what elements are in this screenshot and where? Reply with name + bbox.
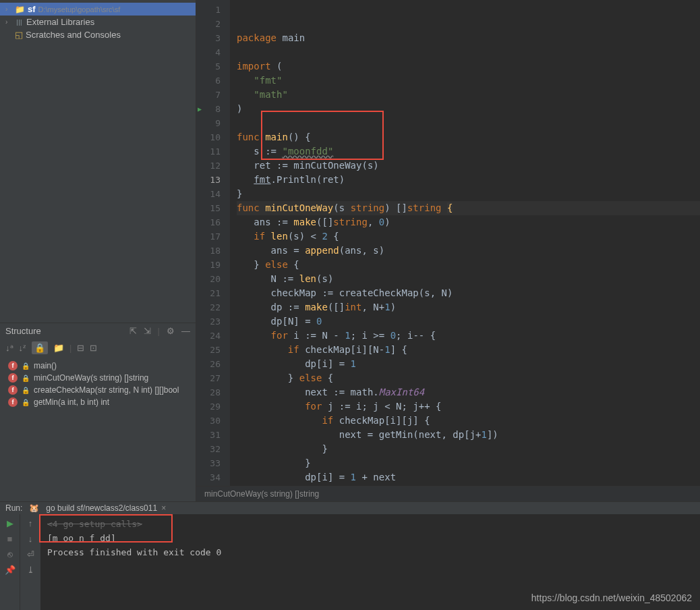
- gutter-line[interactable]: 26: [196, 357, 230, 371]
- code-line[interactable]: }: [237, 484, 700, 486]
- code-line[interactable]: fmt.Println(ret): [237, 173, 700, 187]
- gutter-line[interactable]: 29: [196, 399, 230, 414]
- gutter-line[interactable]: 24: [196, 329, 230, 343]
- code-line[interactable]: dp[i] = 1: [237, 357, 700, 371]
- tree-item-root[interactable]: › 📁 sf D:\mysetup\gopath\src\sf: [0, 3, 196, 16]
- gutter-line[interactable]: 31: [196, 428, 230, 442]
- lock-icon[interactable]: 🔒: [32, 341, 48, 354]
- code-line[interactable]: N := len(s): [237, 272, 700, 286]
- gutter-line[interactable]: 7: [196, 88, 230, 102]
- gutter-line[interactable]: 1: [196, 3, 230, 17]
- code-line[interactable]: import (: [237, 59, 700, 74]
- sort-alpha-down-icon[interactable]: ↓ᵃ: [5, 343, 13, 353]
- code-line[interactable]: ans := make([]string, 0): [237, 215, 700, 229]
- gutter-line[interactable]: 11: [196, 144, 230, 159]
- scroll-icon[interactable]: ⤓: [27, 565, 34, 575]
- gutter-line[interactable]: 19: [196, 258, 230, 272]
- gutter-line[interactable]: 25: [196, 343, 230, 357]
- code-line[interactable]: }: [237, 442, 700, 456]
- wrap-icon[interactable]: ⏎: [27, 549, 34, 559]
- folder-icon[interactable]: 📁: [53, 343, 64, 353]
- gutter-line[interactable]: 21: [196, 286, 230, 300]
- tree-icon[interactable]: ⊟: [77, 343, 84, 353]
- gutter-line[interactable]: 28: [196, 385, 230, 399]
- code-line[interactable]: }: [237, 187, 700, 201]
- gutter-line[interactable]: 9: [196, 116, 230, 130]
- code-line[interactable]: func minCutOneWay(s string) []string {: [237, 201, 700, 215]
- code-line[interactable]: ): [237, 102, 700, 116]
- gutter-line[interactable]: 17: [196, 229, 230, 244]
- expand-icon[interactable]: ⇱: [129, 326, 137, 336]
- code-line[interactable]: } else {: [237, 371, 700, 385]
- code-line[interactable]: next = getMin(next, dp[j+1]): [237, 428, 700, 442]
- gutter-line[interactable]: 33: [196, 456, 230, 470]
- code-line[interactable]: "math": [237, 88, 700, 102]
- code-line[interactable]: package main: [237, 31, 700, 45]
- down-icon[interactable]: ↓: [28, 534, 33, 544]
- code-line[interactable]: s := "moonfdd": [237, 144, 700, 159]
- collapse-icon[interactable]: ⇲: [144, 326, 151, 336]
- gutter-line[interactable]: 30: [196, 414, 230, 428]
- minimize-icon[interactable]: —: [181, 326, 190, 336]
- gutter-line[interactable]: 6: [196, 74, 230, 88]
- gutter-line[interactable]: 8▶: [196, 102, 230, 116]
- code-line[interactable]: dp[i] = 1 + next: [237, 470, 700, 484]
- structure-item-mincut[interactable]: f 🔒 minCutOneWay(s string) []string: [0, 372, 196, 384]
- code-line[interactable]: dp := make([]int, N+1): [237, 300, 700, 314]
- run-marker-icon[interactable]: ▶: [198, 102, 202, 116]
- gutter-line[interactable]: 27: [196, 371, 230, 385]
- exit-icon[interactable]: ⎋: [7, 549, 13, 559]
- sort-alpha-up-icon[interactable]: ↓ᶻ: [19, 343, 27, 353]
- tree-item-external-libs[interactable]: › ⫼ External Libraries: [0, 16, 196, 28]
- code-line[interactable]: if checkMap[i][N-1] {: [237, 343, 700, 357]
- code-line[interactable]: if len(s) < 2 {: [237, 229, 700, 244]
- tree-item-scratches[interactable]: ◱ Scratches and Consoles: [0, 28, 196, 41]
- gutter-line[interactable]: 4: [196, 45, 230, 59]
- up-icon[interactable]: ↑: [28, 518, 33, 528]
- gutter-line[interactable]: 2: [196, 17, 230, 31]
- code-line[interactable]: ret := minCutOneWay(s): [237, 159, 700, 173]
- breadcrumb[interactable]: minCutOneWay(s string) []string: [196, 486, 700, 501]
- lock-icon: 🔒: [22, 387, 30, 394]
- gutter-line[interactable]: 10: [196, 130, 230, 144]
- gutter-line[interactable]: 14: [196, 187, 230, 201]
- code-line[interactable]: dp[N] = 0: [237, 314, 700, 329]
- run-config-name[interactable]: go build sf/newclass2/class011: [46, 503, 157, 513]
- play-icon[interactable]: ▶: [7, 518, 13, 528]
- gutter-line[interactable]: 32: [196, 442, 230, 456]
- code-line[interactable]: for j := i; j < N; j++ {: [237, 399, 700, 414]
- gutter-line[interactable]: 18: [196, 244, 230, 258]
- editor-content[interactable]: 12345678▶9101112131415161718192021222324…: [196, 0, 700, 486]
- code-line[interactable]: func main() {: [237, 130, 700, 144]
- gutter-line[interactable]: 22: [196, 300, 230, 314]
- gear-icon[interactable]: ⚙: [167, 326, 175, 336]
- gutter-line[interactable]: 12: [196, 159, 230, 173]
- structure-item-createcheckmap[interactable]: f 🔒 createCheckMap(str string, N int) []…: [0, 384, 196, 396]
- structure-item-main[interactable]: f 🔒 main(): [0, 360, 196, 372]
- code-line[interactable]: ans = append(ans, s): [237, 244, 700, 258]
- code-line[interactable]: [237, 116, 700, 130]
- gutter-line[interactable]: 13: [196, 173, 230, 187]
- code-line[interactable]: next := math.MaxInt64: [237, 385, 700, 399]
- code-line[interactable]: for i := N - 1; i >= 0; i-- {: [237, 329, 700, 343]
- gutter-line[interactable]: 23: [196, 314, 230, 329]
- structure-item-getmin[interactable]: f 🔒 getMin(a int, b int) int: [0, 396, 196, 408]
- code-line[interactable]: if checkMap[i][j] {: [237, 414, 700, 428]
- code-line[interactable]: checkMap := createCheckMap(s, N): [237, 286, 700, 300]
- gutter-line[interactable]: 16: [196, 215, 230, 229]
- code-line[interactable]: [237, 45, 700, 59]
- code-line[interactable]: "fmt": [237, 74, 700, 88]
- gutter[interactable]: 12345678▶9101112131415161718192021222324…: [196, 0, 230, 486]
- gutter-line[interactable]: 5: [196, 59, 230, 74]
- code-area[interactable]: package mainimport ( "fmt" "math")func m…: [230, 0, 700, 486]
- gutter-line[interactable]: 3: [196, 31, 230, 45]
- code-line[interactable]: } else {: [237, 258, 700, 272]
- pin-icon[interactable]: 📌: [5, 565, 16, 575]
- flat-icon[interactable]: ⊡: [90, 343, 97, 353]
- gutter-line[interactable]: 20: [196, 272, 230, 286]
- stop-icon[interactable]: ■: [7, 534, 13, 544]
- gutter-line[interactable]: 15: [196, 201, 230, 215]
- gutter-line[interactable]: 34: [196, 470, 230, 484]
- close-icon[interactable]: ×: [161, 503, 166, 513]
- code-line[interactable]: }: [237, 456, 700, 470]
